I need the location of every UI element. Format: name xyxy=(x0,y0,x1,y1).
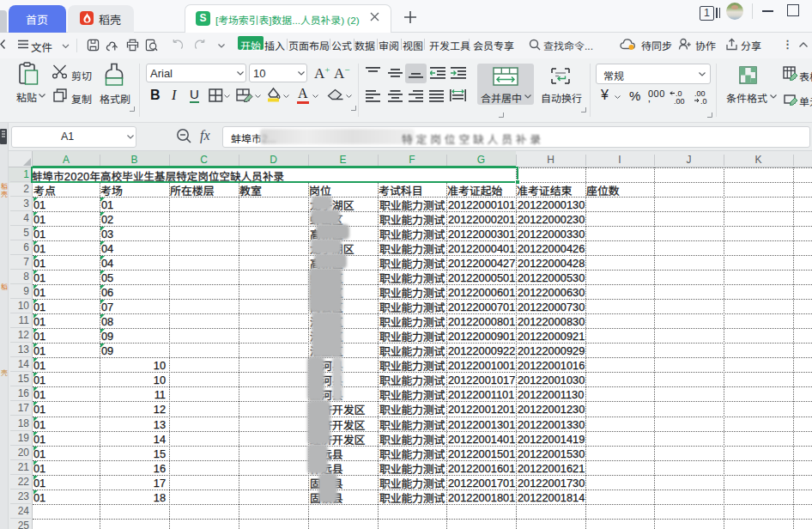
svg-text:.00: .00 xyxy=(674,97,685,105)
svg-text:.0: .0 xyxy=(700,97,707,105)
